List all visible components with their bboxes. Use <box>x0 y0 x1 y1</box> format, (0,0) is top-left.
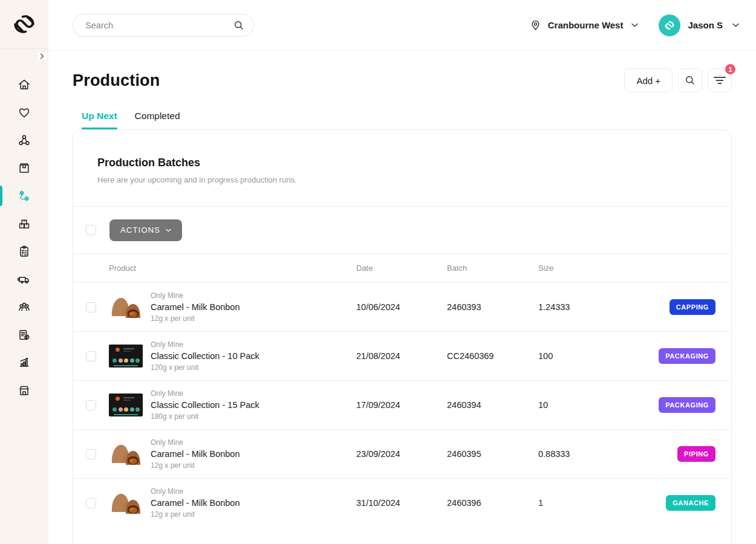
batch-size: 0.88333 <box>538 449 617 459</box>
search-icon <box>233 19 245 31</box>
sidebar-expand-button[interactable] <box>36 51 48 61</box>
batch-size: 10 <box>538 400 617 410</box>
user-name: Jason S <box>688 20 723 30</box>
batch-number: 2460395 <box>447 449 538 459</box>
card-subtitle: Here are your upcoming and in progress p… <box>97 175 707 206</box>
product-brand: Only Mine <box>151 438 356 447</box>
status-badge: CAPPING <box>670 299 715 315</box>
bonbon-product-image <box>109 440 143 468</box>
table-header: Product Date Batch Size <box>73 254 731 282</box>
box-product-image <box>109 393 143 416</box>
bonbon-product-image <box>109 489 143 517</box>
brand-monogram-icon <box>11 11 37 37</box>
clipboard-checklist-icon <box>17 244 31 259</box>
chevron-down-icon <box>732 23 739 27</box>
add-button[interactable]: Add + <box>624 68 673 92</box>
row-checkbox[interactable] <box>86 400 96 410</box>
batch-number: CC2460369 <box>447 351 538 361</box>
actions-label: ACTIONS <box>120 225 160 235</box>
table-row[interactable]: Only Mine Classic Collection - 10 Pack 1… <box>73 331 731 380</box>
chevron-right-icon <box>40 53 44 59</box>
sidebar-item-package[interactable] <box>0 154 48 182</box>
sidebar-item-production[interactable] <box>0 182 48 210</box>
row-checkbox[interactable] <box>86 498 96 508</box>
actions-dropdown-button[interactable]: ACTIONS <box>109 219 182 241</box>
sidebar-item-deliveries[interactable] <box>0 265 48 293</box>
heart-icon <box>17 105 31 120</box>
brand-monogram-icon <box>663 19 676 31</box>
sidebar-item-inventory[interactable] <box>0 210 48 238</box>
tabs: Up Next Completed <box>73 111 732 129</box>
row-checkbox[interactable] <box>86 351 96 361</box>
row-checkbox[interactable] <box>86 449 96 459</box>
tab-completed[interactable]: Completed <box>135 111 180 129</box>
sidebar-item-home[interactable] <box>0 71 48 99</box>
batch-date: 23/09/2024 <box>356 449 447 459</box>
batch-number: 2460396 <box>447 498 538 508</box>
status-badge: PACKAGING <box>659 397 715 413</box>
location-pin-icon <box>529 19 542 31</box>
production-route-icon <box>17 189 31 203</box>
select-all-checkbox[interactable] <box>86 225 96 235</box>
column-header-size: Size <box>538 264 617 273</box>
product-brand: Only Mine <box>151 291 356 300</box>
page-title: Production <box>73 71 160 90</box>
batch-date: 10/06/2024 <box>356 302 447 312</box>
table-row[interactable]: Only Mine Caramel - Milk Bonbon 12g x pe… <box>73 429 731 478</box>
tab-up-next[interactable]: Up Next <box>82 111 117 129</box>
delivery-truck-icon <box>17 272 31 287</box>
table-row[interactable]: Only Mine Classic Collection - 15 Pack 1… <box>73 380 731 429</box>
storefront-icon <box>17 383 31 398</box>
batch-date: 17/09/2024 <box>356 400 447 410</box>
sidebar-item-store[interactable] <box>0 377 48 404</box>
product-image <box>109 345 143 368</box>
table-body: Only Mine Caramel - Milk Bonbon 12g x pe… <box>73 282 731 527</box>
product-image <box>109 440 143 468</box>
product-brand: Only Mine <box>151 487 356 496</box>
table-row[interactable]: Only Mine Caramel - Milk Bonbon 12g x pe… <box>73 282 731 331</box>
card-title: Production Batches <box>97 157 707 169</box>
status-badge: GANACHE <box>666 495 715 511</box>
product-name: Caramel - Milk Bonbon <box>151 301 356 313</box>
product-unit: 12g x per unit <box>151 314 356 323</box>
sidebar-item-network[interactable] <box>0 126 48 154</box>
location-selector[interactable]: Cranbourne West <box>529 19 639 31</box>
main-content: Production Add + 1 Up Next Completed Pro… <box>48 51 756 544</box>
column-header-product: Product <box>109 264 356 273</box>
sidebar-item-customers[interactable] <box>0 293 48 321</box>
product-image <box>109 393 143 416</box>
batch-size: 1 <box>538 498 617 508</box>
product-brand: Only Mine <box>151 340 356 349</box>
sidebar-item-reports[interactable] <box>0 349 48 377</box>
network-icon <box>17 133 31 147</box>
user-menu[interactable]: Jason S <box>659 15 739 36</box>
product-name: Classic Collection - 10 Pack <box>151 350 356 362</box>
batch-date: 31/10/2024 <box>356 498 447 508</box>
topbar: Cranbourne West Jason S <box>48 0 756 51</box>
stacked-boxes-icon <box>17 216 31 231</box>
product-image <box>109 293 143 321</box>
chevron-down-icon <box>166 228 171 232</box>
filter-button[interactable]: 1 <box>708 68 732 92</box>
row-checkbox[interactable] <box>86 302 96 312</box>
search-input[interactable] <box>73 14 254 37</box>
product-unit: 120g x per unit <box>151 363 356 372</box>
filter-count-badge: 1 <box>724 63 737 76</box>
production-batches-card: Production Batches Here are your upcomin… <box>73 129 732 544</box>
search-button[interactable] <box>678 68 702 92</box>
search-icon <box>684 74 696 86</box>
status-badge: PIPING <box>677 446 715 462</box>
batch-size: 100 <box>538 351 617 361</box>
sidebar-item-invoices[interactable] <box>0 321 48 349</box>
product-unit: 12g x per unit <box>151 510 356 519</box>
package-icon <box>17 161 31 175</box>
sidebar-nav <box>0 71 48 404</box>
sidebar-item-favourites[interactable] <box>0 99 48 126</box>
bar-chart-icon <box>17 355 31 370</box>
table-row[interactable]: Only Mine Caramel - Milk Bonbon 12g x pe… <box>73 478 731 527</box>
sidebar <box>0 0 48 544</box>
product-image <box>109 489 143 517</box>
box-product-image <box>109 345 143 368</box>
invoice-dollar-icon <box>17 328 31 342</box>
sidebar-item-checklist[interactable] <box>0 238 48 265</box>
